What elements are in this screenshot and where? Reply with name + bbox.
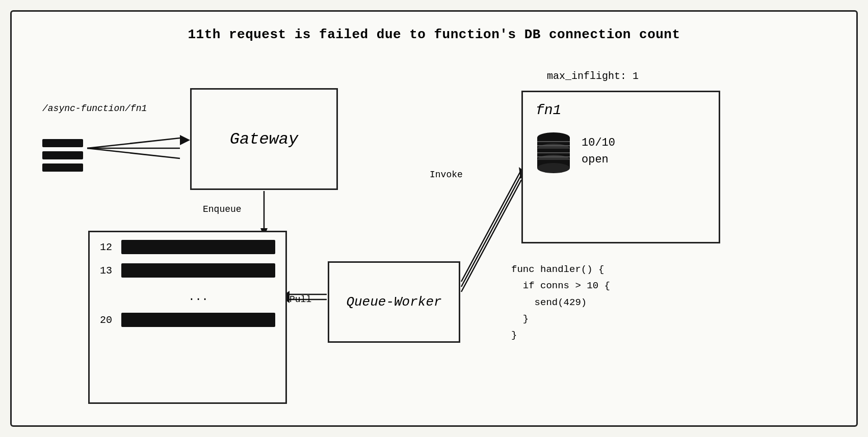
queue-num-13: 13 [100,265,115,277]
pull-label: Pull [290,294,311,305]
fn1-title: fn1 [536,102,706,118]
queue-row-13: 13 [100,263,275,278]
queue-num-20: 20 [100,314,115,326]
request-line-3 [42,163,83,172]
code-block: func handler() { if conns > 10 { send(42… [511,261,610,343]
queue-row-12: 12 [100,240,275,254]
diagram-container: 11th request is failed due to function's… [10,10,858,427]
max-inflight-label: max_inflight: 1 [547,70,639,82]
gateway-label: Gateway [230,130,298,149]
svg-marker-3 [180,135,190,145]
request-path-label: /async-function/fn1 [42,103,147,114]
queue-bar-12 [121,240,275,254]
queue-row-20: 20 [100,313,275,327]
queue-worker-box: Queue-Worker [328,261,460,343]
gateway-box: Gateway [190,88,338,190]
queue-box: 12 13 ... 20 [88,231,287,404]
db-status: open [582,153,609,166]
db-count: 10/10 [582,136,615,149]
queue-bar-20 [121,313,275,327]
svg-line-0 [87,138,180,148]
invoke-label: Invoke [430,170,463,180]
queue-dots: ... [121,287,275,308]
db-icon [536,128,571,174]
svg-point-23 [537,163,570,173]
request-lines-indicator [42,139,83,172]
queue-worker-label: Queue-Worker [346,294,441,310]
db-text: 10/10 open [582,134,615,168]
diagram-title: 11th request is failed due to function's… [188,27,680,42]
queue-bar-13 [121,263,275,278]
svg-line-2 [87,148,180,158]
request-line-1 [42,139,83,147]
fn1-box: fn1 10/10 [521,91,720,243]
db-area: 10/10 open [536,128,706,174]
request-line-2 [42,151,83,159]
queue-num-12: 12 [100,241,115,253]
enqueue-label: Enqueue [203,204,242,214]
